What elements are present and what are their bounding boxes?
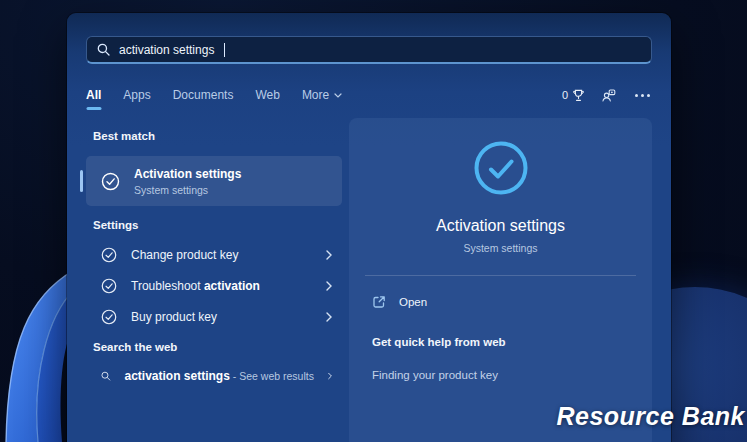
result-title: Activation settings xyxy=(134,167,241,181)
help-link-product-key[interactable]: Finding your product key xyxy=(372,369,498,381)
selection-accent-bar xyxy=(80,170,83,192)
preview-subtitle: System settings xyxy=(463,242,537,254)
tab-documents[interactable]: Documents xyxy=(173,88,234,102)
tab-more[interactable]: More xyxy=(302,88,342,102)
chevron-right-icon xyxy=(326,312,332,322)
best-match-result[interactable]: Activation settings System settings xyxy=(86,156,342,206)
search-input-value: activation settings xyxy=(119,43,214,57)
check-circle-icon xyxy=(101,309,117,325)
tab-apps[interactable]: Apps xyxy=(123,88,150,102)
best-match-text: Activation settings System settings xyxy=(134,167,241,196)
wallpaper-bloom-petal-left xyxy=(0,270,74,442)
check-circle-icon xyxy=(101,247,117,263)
tab-web[interactable]: Web xyxy=(255,88,279,102)
result-change-product-key[interactable]: Change product key xyxy=(86,239,342,270)
preview-actions: Open Get quick help from web Finding you… xyxy=(349,276,652,381)
account-people-icon[interactable] xyxy=(602,89,616,102)
check-circle-icon xyxy=(101,172,120,191)
activation-check-circle-icon xyxy=(473,140,529,196)
results-list: Best match Activation settings System se… xyxy=(86,118,342,442)
preview-title: Activation settings xyxy=(436,217,565,235)
settings-results: Change product key Troubleshoot activati… xyxy=(86,239,342,332)
search-icon xyxy=(101,369,111,383)
result-troubleshoot-activation[interactable]: Troubleshoot activation xyxy=(86,270,342,301)
search-flyout-window: activation settings All Apps Documents W… xyxy=(67,13,671,442)
result-web-search[interactable]: activation settings - See web results xyxy=(86,360,342,391)
trophy-icon xyxy=(572,89,585,102)
more-options-button[interactable] xyxy=(633,92,652,99)
chevron-right-icon xyxy=(328,371,332,381)
result-buy-product-key[interactable]: Buy product key xyxy=(86,301,342,332)
search-icon xyxy=(97,43,110,56)
section-header-settings: Settings xyxy=(86,219,342,231)
search-toolbar: 0 xyxy=(562,89,652,102)
check-circle-icon xyxy=(101,278,117,294)
filter-tabs-row: All Apps Documents Web More 0 xyxy=(86,85,652,105)
preview-panel: Activation settings System settings Open… xyxy=(349,118,652,442)
external-link-icon xyxy=(372,295,386,309)
chevron-down-icon xyxy=(334,93,342,98)
watermark-resource-bank: Resource Bank xyxy=(556,402,745,431)
tab-all[interactable]: All xyxy=(86,88,101,102)
chevron-right-icon xyxy=(326,250,332,260)
rewards-count: 0 xyxy=(562,89,568,101)
search-input[interactable]: activation settings xyxy=(86,36,652,64)
open-label: Open xyxy=(399,296,427,308)
text-caret xyxy=(224,43,225,57)
quick-help-header: Get quick help from web xyxy=(372,336,629,348)
chevron-right-icon xyxy=(326,281,332,291)
section-header-best-match: Best match xyxy=(86,130,342,142)
open-action[interactable]: Open xyxy=(372,295,427,309)
rewards-button[interactable]: 0 xyxy=(562,89,585,102)
filter-tabs: All Apps Documents Web More xyxy=(86,88,342,102)
section-header-search-web: Search the web xyxy=(86,341,342,353)
result-subtitle: System settings xyxy=(134,184,241,196)
results-content: Best match Activation settings System se… xyxy=(86,118,652,442)
